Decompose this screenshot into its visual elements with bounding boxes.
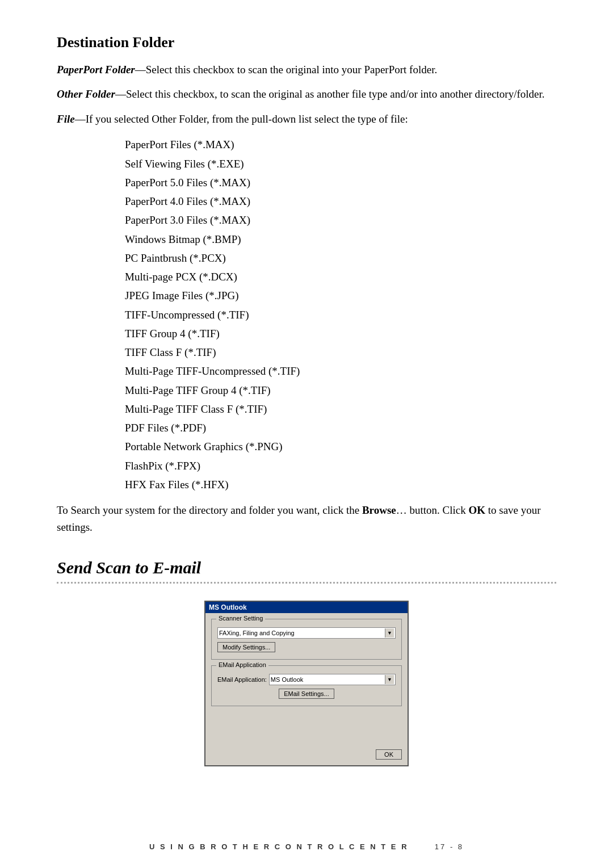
scanner-group-content: FAXing, Filing and Copying ▼ Modify Sett… — [217, 627, 396, 653]
list-item: PC Paintbrush (*.PCX) — [125, 249, 556, 267]
email-dropdown-arrow[interactable]: ▼ — [385, 675, 394, 684]
scanner-group-label: Scanner Setting — [216, 615, 265, 622]
footer: U S I N G B R O T H E R C O N T R O L C … — [0, 842, 613, 851]
list-item: PDF Files (*.PDF) — [125, 418, 556, 437]
file-type-list: PaperPort Files (*.MAX)Self Viewing File… — [125, 135, 556, 494]
scanner-group-box: Scanner Setting FAXing, Filing and Copyi… — [211, 619, 402, 660]
email-dropdown-row: EMail Application: MS Outlook ▼ — [217, 674, 396, 685]
list-item: JPEG Image Files (*.JPG) — [125, 286, 556, 305]
list-item: FlashPix (*.FPX) — [125, 456, 556, 475]
destination-folder-heading: Destination Folder — [57, 34, 556, 51]
send-scan-heading: Send Scan to E-mail — [57, 558, 556, 577]
email-group-box: EMail Application EMail Application: MS … — [211, 665, 402, 706]
email-settings-button[interactable]: EMail Settings... — [279, 689, 334, 699]
dialog-spacer — [211, 712, 402, 746]
list-item: TIFF Group 4 (*.TIF) — [125, 324, 556, 343]
footer-text: U S I N G B R O T H E R C O N T R O L C … — [149, 842, 409, 851]
other-folder-paragraph: Other Folder—Select this checkbox, to sc… — [57, 86, 556, 102]
ms-outlook-dialog: MS Outlook Scanner Setting FAXing, Filin… — [204, 601, 409, 766]
list-item: Multi-Page TIFF Class F (*.TIF) — [125, 400, 556, 418]
modify-settings-button[interactable]: Modify Settings... — [217, 642, 275, 652]
list-item: TIFF-Uncompressed (*.TIF) — [125, 305, 556, 324]
email-group-label: EMail Application — [216, 661, 268, 668]
list-item: PaperPort Files (*.MAX) — [125, 135, 556, 154]
footer-page: 17 - 8 — [435, 842, 464, 851]
dialog-titlebar: MS Outlook — [205, 602, 408, 613]
scanner-dropdown-arrow[interactable]: ▼ — [385, 628, 394, 638]
email-dropdown[interactable]: MS Outlook ▼ — [269, 674, 396, 685]
list-item: PaperPort 4.0 Files (*.MAX) — [125, 192, 556, 211]
paperport-folder-paragraph: PaperPort Folder—Select this checkbox to… — [57, 61, 556, 78]
list-item: Portable Network Graphics (*.PNG) — [125, 437, 556, 456]
list-item: Windows Bitmap (*.BMP) — [125, 230, 556, 249]
dialog-title: MS Outlook — [209, 603, 247, 611]
email-label: EMail Application: — [217, 676, 267, 683]
list-item: TIFF Class F (*.TIF) — [125, 343, 556, 362]
scanner-dropdown-row: FAXing, Filing and Copying ▼ — [217, 627, 396, 639]
email-group-content: EMail Application: MS Outlook ▼ EMail Se… — [217, 674, 396, 700]
list-item: HFX Fax Files (*.HFX) — [125, 475, 556, 494]
list-item: PaperPort 3.0 Files (*.MAX) — [125, 211, 556, 229]
ok-button[interactable]: OK — [376, 749, 402, 760]
file-paragraph: File—If you selected Other Folder, from … — [57, 111, 556, 127]
list-item: Multi-Page TIFF Group 4 (*.TIF) — [125, 381, 556, 400]
list-item: Multi-page PCX (*.DCX) — [125, 267, 556, 286]
list-item: Multi-Page TIFF-Uncompressed (*.TIF) — [125, 362, 556, 380]
section-divider — [57, 582, 556, 584]
list-item: Self Viewing Files (*.EXE) — [125, 154, 556, 173]
list-item: PaperPort 5.0 Files (*.MAX) — [125, 173, 556, 192]
dialog-container: MS Outlook Scanner Setting FAXing, Filin… — [57, 601, 556, 766]
dialog-body: Scanner Setting FAXing, Filing and Copyi… — [205, 613, 408, 765]
scanner-dropdown[interactable]: FAXing, Filing and Copying ▼ — [217, 627, 396, 639]
browse-paragraph: To Search your system for the directory … — [57, 502, 556, 535]
ok-row: OK — [211, 749, 402, 760]
